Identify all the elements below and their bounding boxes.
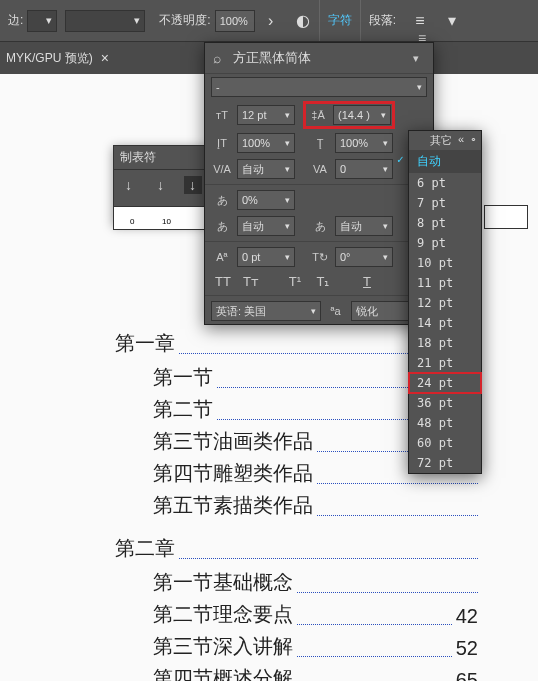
smallcaps-button[interactable]: Tᴛ xyxy=(241,274,261,289)
tab-right-arrow-icon[interactable]: ↓ xyxy=(184,176,202,194)
section: 第五节素描类作品 xyxy=(153,491,478,519)
aa-icon: ªa xyxy=(325,305,347,317)
leading-icon: ‡Ā xyxy=(307,109,329,121)
rotate-icon: T↻ xyxy=(309,251,331,264)
opacity-label: 不透明度: xyxy=(159,12,210,29)
underline-button[interactable]: T xyxy=(357,274,377,289)
leading-option[interactable]: 60 pt xyxy=(409,433,481,453)
leading-option[interactable]: 48 pt xyxy=(409,413,481,433)
aki-icon: あ xyxy=(211,219,233,234)
stroke-label: 边: xyxy=(8,12,23,29)
doc-tab-label[interactable]: MYK/GPU 预览) xyxy=(6,50,93,67)
section: 第三节深入讲解52 xyxy=(153,632,478,660)
leading-field[interactable]: (14.4 )▾ xyxy=(333,105,391,125)
opacity-field[interactable]: 100% xyxy=(215,10,255,32)
ruler-right[interactable] xyxy=(484,205,528,229)
tsume-icon: あ xyxy=(211,193,233,208)
brush-dropdown[interactable]: ▾ xyxy=(65,10,145,32)
text-style-row: TT Tᴛ T¹ T₁ T xyxy=(205,270,433,293)
popup-header[interactable]: 其它 xyxy=(430,133,452,148)
language-field[interactable]: 英语: 美国▾ xyxy=(211,301,321,321)
superscript-button[interactable]: T¹ xyxy=(285,274,305,289)
popup-minimize-icon[interactable]: « xyxy=(458,133,464,148)
stroke-dropdown[interactable]: ▾ xyxy=(27,10,57,32)
leading-option-auto[interactable]: 自动 xyxy=(409,150,481,173)
leading-option[interactable]: 9 pt xyxy=(409,233,481,253)
ruler[interactable]: 0 10 xyxy=(113,206,208,230)
leading-option[interactable]: 8 pt xyxy=(409,213,481,233)
leading-option[interactable]: 18 pt xyxy=(409,333,481,353)
kerning-field[interactable]: 自动▾ xyxy=(237,159,295,179)
popup-close-icon[interactable]: ∘ xyxy=(470,133,477,148)
tab-left-arrow-icon[interactable]: ↓ xyxy=(120,176,138,194)
aki2-icon: あ xyxy=(309,219,331,234)
section: 第四节概述分解65 xyxy=(153,664,478,681)
tab-character[interactable]: 字符 xyxy=(319,0,361,41)
leading-option[interactable]: 72 pt xyxy=(409,453,481,473)
leading-option[interactable]: 6 pt xyxy=(409,173,481,193)
leading-option[interactable]: 11 pt xyxy=(409,273,481,293)
leading-popup: 其它«∘ 自动 6 pt7 pt8 pt9 pt10 pt11 pt12 pt1… xyxy=(408,130,482,474)
allcaps-button[interactable]: TT xyxy=(213,274,233,289)
chapter: 第二章 xyxy=(115,535,478,562)
vscale-field[interactable]: 100%▾ xyxy=(335,133,393,153)
hscale-icon: ĮT xyxy=(211,137,233,149)
tracking-icon: VA xyxy=(309,163,331,175)
globe-icon[interactable]: ◐ xyxy=(289,7,317,35)
leading-option[interactable]: 10 pt xyxy=(409,253,481,273)
close-icon[interactable]: × xyxy=(101,50,109,66)
vscale-icon: Ţ xyxy=(309,137,331,149)
font-family-field[interactable]: 方正黑体简体 xyxy=(211,47,401,69)
leading-option[interactable]: 14 pt xyxy=(409,313,481,333)
font-size-field[interactable]: 12 pt▾ xyxy=(237,105,295,125)
chevron-down-icon[interactable]: ▾ xyxy=(405,52,427,65)
leading-option[interactable]: 21 pt xyxy=(409,353,481,373)
tsume-field[interactable]: 0%▾ xyxy=(237,190,295,210)
kerning-icon: V/A xyxy=(211,163,233,175)
aki-right-field[interactable]: 自动▾ xyxy=(335,216,393,236)
chapter-label: 第二章 xyxy=(115,537,179,559)
leading-option[interactable]: 24 pt xyxy=(409,373,481,393)
baseline-icon: Aª xyxy=(211,251,233,263)
rotate-field[interactable]: 0°▾ xyxy=(335,247,393,267)
hscale-field[interactable]: 100%▾ xyxy=(237,133,295,153)
leading-option[interactable]: 36 pt xyxy=(409,393,481,413)
section: 第一节基础概念 xyxy=(153,568,478,596)
section: 第二节理念要点42 xyxy=(153,600,478,628)
opacity-arrow-icon[interactable]: › xyxy=(257,7,285,35)
tracking-field[interactable]: 0▾ xyxy=(335,159,393,179)
leading-option[interactable]: 7 pt xyxy=(409,193,481,213)
chapter-label: 第一章 xyxy=(115,332,179,354)
tab-paragraph[interactable]: 段落: xyxy=(361,0,404,41)
subscript-button[interactable]: T₁ xyxy=(313,274,333,289)
tab-center-arrow-icon[interactable]: ↓ xyxy=(152,176,170,194)
more-icon[interactable]: ▾ xyxy=(438,7,466,35)
aki-left-field[interactable]: 自动▾ xyxy=(237,216,295,236)
tabs-panel-title: 制表符 xyxy=(114,146,207,170)
top-toolbar: 边: ▾ ▾ 不透明度: 100% › ◐ 字符 段落: ≡ ▾ xyxy=(0,0,538,42)
font-style-field[interactable]: -▾ xyxy=(211,77,427,97)
character-panel: 方正黑体简体 ▾ -▾ тT 12 pt▾ ‡Ā (14.4 )▾ ĮT 100… xyxy=(204,42,434,325)
font-size-icon: тT xyxy=(211,109,233,121)
leading-option[interactable]: 12 pt xyxy=(409,293,481,313)
baseline-field[interactable]: 0 pt▾ xyxy=(237,247,295,267)
